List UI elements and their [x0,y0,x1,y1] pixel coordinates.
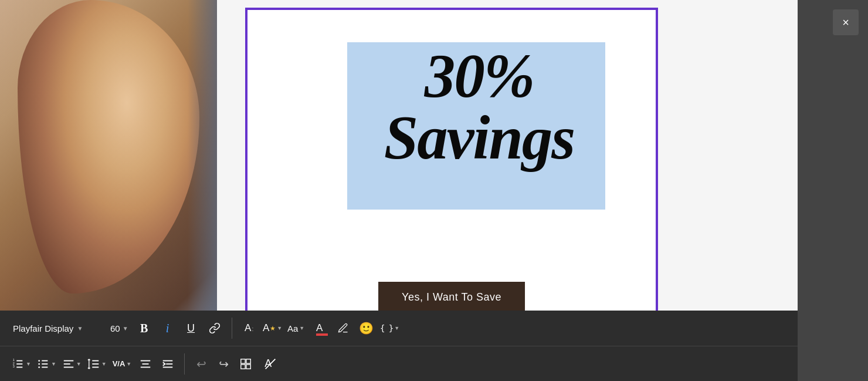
text-case-icon: Aa [287,323,298,333]
va-spacing-icon: V/A [113,359,126,368]
font-style-arrow: ▼ [277,325,282,331]
clear-format-button[interactable]: A [257,353,279,375]
divider-1 [232,318,232,339]
underline-button[interactable]: U [180,317,202,339]
toolbar-row-1: Playfair Display ▼ 60 ▼ B i U [0,311,798,346]
va-spacing-arrow: ▼ [126,361,131,367]
unordered-list-icon [37,358,50,370]
canvas: 30% Savings Yes, I Want To Save [246,9,657,349]
svg-text:3: 3 [13,365,15,368]
text-color-icon: A [316,322,323,334]
text-align-button[interactable]: ▼ [60,353,84,375]
font-size-selector[interactable]: 60 ▼ [107,321,132,336]
variable-icon: { } [380,323,393,333]
highlight-icon [337,322,349,334]
indent-icon [161,358,174,370]
variable-arrow: ▼ [394,325,399,331]
font-size-increase-icon: A: [245,322,253,334]
divider-2 [184,353,185,375]
variable-button[interactable]: { } ▼ [379,317,401,339]
text-color-button[interactable]: A [308,317,331,339]
cta-button[interactable]: Yes, I Want To Save [378,282,525,313]
headline-savings: Savings [350,107,608,168]
font-size-increase-button[interactable]: A: [238,317,260,339]
svg-rect-26 [246,359,250,363]
svg-rect-27 [241,364,245,368]
unordered-list-button[interactable]: ▼ [35,353,59,375]
toolbar-row-2: 1 2 3 ▼ ▼ ▼ [0,346,798,381]
ordered-list-button[interactable]: 1 2 3 ▼ [9,353,33,375]
svg-point-12 [38,366,40,368]
indent-button[interactable] [157,353,178,375]
line-spacing-button[interactable]: ▼ [85,353,109,375]
underline-icon: U [187,322,195,335]
font-family-value: Playfair Display [13,323,73,333]
align-center-button[interactable] [135,353,156,375]
highlight-button[interactable] [332,317,354,339]
unordered-list-arrow: ▼ [51,361,56,367]
svg-rect-25 [241,359,245,363]
emoji-icon: 🙂 [359,321,374,335]
text-case-arrow: ▼ [299,325,304,331]
clear-format-icon: A [265,358,272,370]
grid-button[interactable] [235,353,256,375]
italic-icon: i [166,322,169,335]
bold-button[interactable]: B [133,317,155,339]
svg-line-29 [266,359,276,369]
undo-icon: ↩ [196,357,206,371]
text-align-arrow: ▼ [76,361,82,367]
close-button[interactable]: × [833,9,859,35]
font-family-dropdown-arrow: ▼ [77,325,83,332]
font-size-dropdown-arrow: ▼ [123,325,128,332]
grid-icon [239,358,252,370]
ordered-list-icon: 1 2 3 [12,358,25,370]
redo-icon: ↩ [219,357,229,371]
link-icon [209,322,221,334]
redo-button[interactable]: ↩ [213,353,234,375]
font-family-selector[interactable]: Playfair Display ▼ [9,321,103,336]
line-spacing-icon [87,358,100,370]
headline-30-percent: 30% [350,45,608,107]
ordered-list-arrow: ▼ [26,361,31,367]
link-button[interactable] [204,317,226,339]
align-center-icon [139,358,152,370]
svg-point-11 [38,363,40,365]
italic-button[interactable]: i [157,317,179,339]
bold-icon: B [140,322,148,335]
emoji-button[interactable]: 🙂 [355,317,378,339]
font-style-button[interactable]: A★ ▼ [262,317,284,339]
font-size-value: 60 [110,323,120,333]
va-spacing-button[interactable]: V/A ▼ [110,353,134,375]
undo-button[interactable]: ↩ [191,353,212,375]
svg-rect-28 [246,364,250,368]
text-case-button[interactable]: Aa ▼ [285,317,307,339]
headline-container[interactable]: 30% Savings [350,45,608,168]
right-panel [798,0,868,381]
font-style-icon: A★ [263,322,276,334]
svg-point-10 [38,360,40,362]
text-editor-toolbar: Playfair Display ▼ 60 ▼ B i U [0,311,798,381]
line-spacing-arrow: ▼ [101,361,107,367]
svg-rect-0 [316,333,328,336]
text-align-icon [62,358,75,370]
